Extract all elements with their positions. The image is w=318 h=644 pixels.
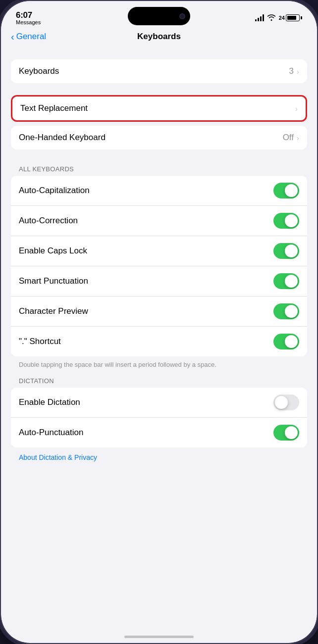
text-replacement-right: › (295, 104, 298, 113)
period-helper-text: Double tapping the space bar will insert… (1, 356, 317, 373)
dynamic-island (128, 7, 190, 25)
enable-dictation-item[interactable]: Enable Dictation (11, 388, 307, 418)
home-indicator (124, 636, 194, 638)
battery-icon: 24 (279, 14, 302, 21)
island-camera (179, 13, 185, 19)
keyboards-right: 3 › (289, 66, 299, 76)
text-replacement-label: Text Replacement (20, 103, 88, 113)
wifi-icon (267, 14, 276, 22)
text-replacement-item[interactable]: Text Replacement › (12, 97, 306, 120)
period-shortcut-toggle[interactable] (273, 334, 299, 349)
auto-correct-label: Auto-Correction (19, 216, 78, 226)
content-area: Keyboards 3 › Text Replacement › (1, 48, 317, 630)
nav-back-button[interactable]: ‹ General (11, 32, 46, 42)
one-handed-label: One-Handed Keyboard (19, 133, 106, 143)
status-back-label: Messages (16, 19, 41, 25)
all-keyboards-group: Auto-Capitalization Auto-Correction Enab… (11, 176, 307, 356)
all-keyboards-header: ALL KEYBOARDS (1, 161, 317, 176)
caps-lock-knob (285, 245, 298, 257)
keyboards-value: 3 (289, 66, 294, 76)
auto-correct-item[interactable]: Auto-Correction (11, 206, 307, 236)
one-handed-group: One-Handed Keyboard Off › (11, 126, 307, 149)
smart-punct-label: Smart Punctuation (19, 276, 88, 286)
signal-icon (255, 14, 264, 21)
auto-cap-item[interactable]: Auto-Capitalization (11, 176, 307, 206)
text-replacement-highlighted: Text Replacement › (11, 95, 307, 122)
period-shortcut-knob (285, 335, 298, 348)
one-handed-chevron-icon: › (297, 134, 299, 142)
auto-punct-item[interactable]: Auto-Punctuation (11, 418, 307, 447)
char-preview-toggle[interactable] (273, 303, 299, 319)
period-shortcut-item[interactable]: "." Shortcut (11, 327, 307, 356)
phone-frame: 6:07 Messages 24 (0, 0, 318, 644)
nav-title: Keyboards (137, 32, 181, 42)
one-handed-value: Off (283, 133, 294, 143)
auto-cap-toggle[interactable] (273, 183, 299, 198)
char-preview-item[interactable]: Character Preview (11, 297, 307, 327)
nav-back-label: General (16, 32, 46, 42)
phone-screen: 6:07 Messages 24 (1, 1, 317, 643)
auto-punct-knob (285, 426, 298, 439)
keyboards-label: Keyboards (19, 66, 59, 76)
caps-lock-label: Enable Caps Lock (19, 246, 87, 256)
keyboards-group: Keyboards 3 › (11, 59, 307, 83)
status-icons: 24 (255, 14, 302, 22)
auto-correct-toggle[interactable] (273, 213, 299, 229)
text-replacement-chevron-icon: › (295, 104, 298, 113)
caps-lock-toggle[interactable] (273, 243, 299, 259)
smart-punct-item[interactable]: Smart Punctuation (11, 266, 307, 297)
dictation-header: DICTATION (1, 373, 317, 388)
char-preview-knob (285, 305, 298, 318)
smart-punct-toggle[interactable] (273, 273, 299, 289)
keyboards-item[interactable]: Keyboards 3 › (11, 59, 307, 83)
auto-cap-label: Auto-Capitalization (19, 186, 90, 196)
auto-cap-knob (285, 184, 298, 197)
keyboards-chevron-icon: › (297, 67, 299, 76)
smart-punct-knob (285, 275, 298, 288)
enable-dictation-knob (275, 396, 288, 409)
nav-bar: ‹ General Keyboards (1, 28, 317, 48)
enable-dictation-toggle[interactable] (273, 395, 299, 410)
one-handed-item[interactable]: One-Handed Keyboard Off › (11, 126, 307, 149)
one-handed-right: Off › (283, 133, 299, 143)
dictation-group: Enable Dictation Auto-Punctuation (11, 388, 307, 447)
auto-punct-label: Auto-Punctuation (19, 428, 83, 438)
dictation-privacy-link[interactable]: About Dictation & Privacy (1, 447, 317, 467)
status-time: 6:07 (16, 10, 32, 20)
status-bar: 6:07 Messages 24 (1, 1, 317, 28)
period-shortcut-label: "." Shortcut (19, 337, 61, 347)
enable-dictation-label: Enable Dictation (19, 397, 80, 407)
auto-correct-knob (285, 214, 298, 227)
back-chevron-icon: ‹ (11, 32, 14, 42)
caps-lock-item[interactable]: Enable Caps Lock (11, 236, 307, 266)
char-preview-label: Character Preview (19, 306, 88, 316)
auto-punct-toggle[interactable] (273, 425, 299, 441)
